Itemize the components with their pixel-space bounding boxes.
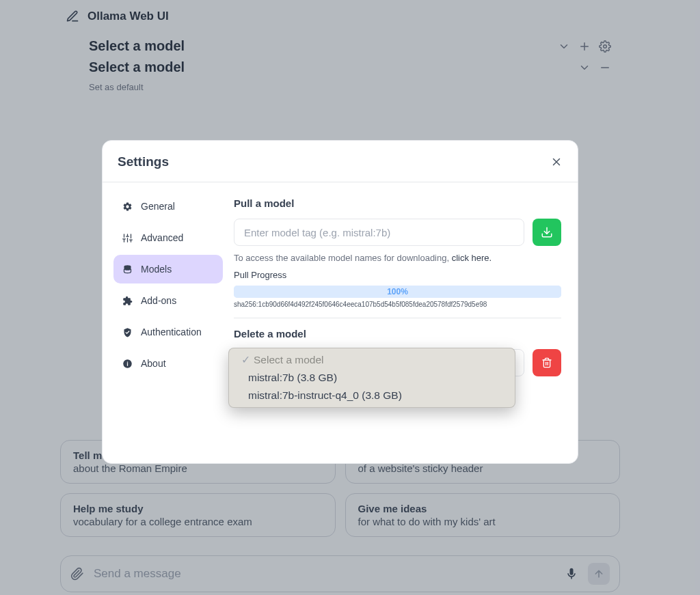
tab-label: Models xyxy=(141,264,172,275)
tab-advanced[interactable]: Advanced xyxy=(113,223,223,252)
gear-icon xyxy=(122,202,133,212)
pull-model-input[interactable] xyxy=(234,219,524,246)
check-icon: ✓ xyxy=(241,354,250,366)
puzzle-icon xyxy=(122,296,133,306)
divider xyxy=(234,318,561,318)
database-icon xyxy=(122,264,133,275)
close-icon[interactable] xyxy=(550,156,563,168)
access-link[interactable]: click here. xyxy=(452,253,492,263)
dropdown-option[interactable]: mistral:7b (3.8 GB) xyxy=(229,369,515,387)
tab-label: About xyxy=(141,358,166,369)
tab-label: Add-ons xyxy=(141,295,176,306)
pull-model-button[interactable] xyxy=(533,219,561,246)
pull-heading: Pull a model xyxy=(234,197,561,209)
tab-auth[interactable]: Authentication xyxy=(113,318,223,346)
pull-progress-bar: 100% xyxy=(234,286,561,298)
delete-model-button[interactable] xyxy=(533,349,561,376)
pull-progress-sha: sha256:1cb90d66f4d492f245f0646c4eeca107b… xyxy=(234,301,561,308)
shield-icon xyxy=(122,327,133,337)
tab-models[interactable]: Models xyxy=(113,255,223,283)
tab-label: Advanced xyxy=(141,232,183,243)
tab-about[interactable]: About xyxy=(113,349,223,378)
delete-model-dropdown: ✓ Select a model mistral:7b (3.8 GB) mis… xyxy=(228,348,515,408)
tab-addons[interactable]: Add-ons xyxy=(113,286,223,315)
info-icon xyxy=(122,359,133,369)
tab-label: General xyxy=(141,201,175,212)
settings-tabs: General Advanced Models Add-ons Authenti… xyxy=(103,182,234,463)
models-panel: Pull a model To access the available mod… xyxy=(234,182,578,463)
pull-progress-percent: 100% xyxy=(387,287,408,296)
dropdown-option[interactable]: mistral:7b-instruct-q4_0 (3.8 GB) xyxy=(229,387,515,404)
tab-label: Authentication xyxy=(141,327,202,337)
modal-title: Settings xyxy=(118,154,169,169)
access-note: To access the available model names for … xyxy=(234,253,561,263)
dropdown-option-placeholder[interactable]: ✓ Select a model xyxy=(229,351,515,369)
delete-heading: Delete a model xyxy=(234,328,561,340)
settings-modal: Settings General Advanced Models Add-ons xyxy=(102,140,578,464)
pull-progress-heading: Pull Progress xyxy=(234,270,561,280)
sliders-icon xyxy=(122,233,133,243)
tab-general[interactable]: General xyxy=(113,192,223,221)
